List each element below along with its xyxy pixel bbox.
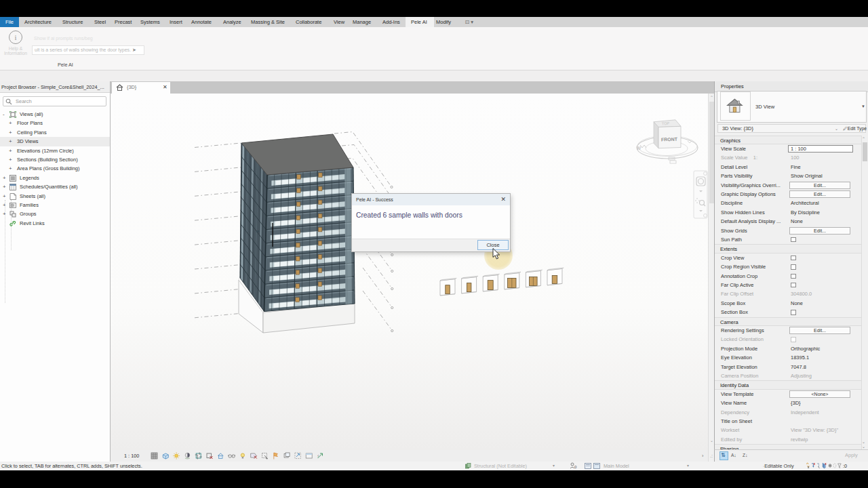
svg-text:FRONT: FRONT xyxy=(661,137,678,142)
svg-text:0: 0 xyxy=(574,465,577,469)
svg-text:TOP: TOP xyxy=(662,121,670,126)
svg-text:W: W xyxy=(637,146,642,150)
